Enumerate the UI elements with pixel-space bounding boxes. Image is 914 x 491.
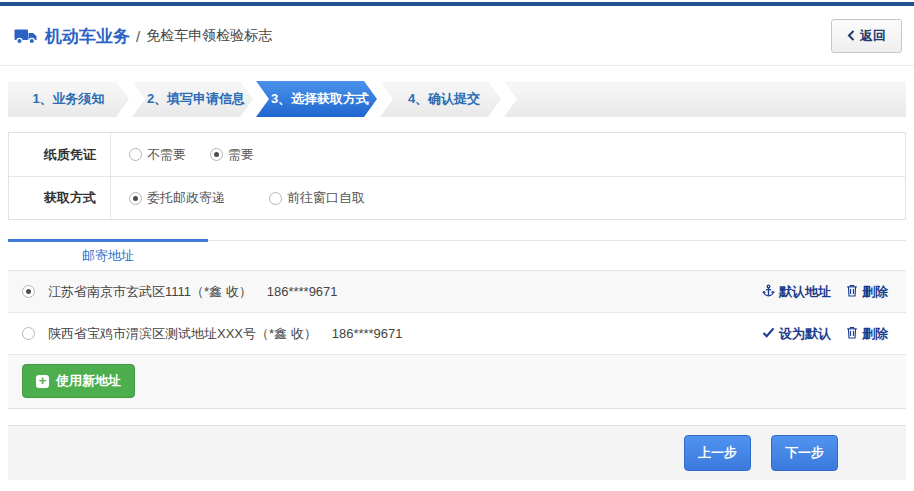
form-row-delivery-method: 获取方式 委托邮政寄递 前往窗口自取 — [9, 176, 905, 219]
step-tab-1-label: 1、业务须知 — [32, 90, 104, 108]
form-label-paper-certificate: 纸质凭证 — [9, 133, 111, 176]
step-tab-4-label: 4、确认提交 — [408, 90, 480, 108]
step-tab-2[interactable]: 2、填写申请信息 — [132, 81, 253, 117]
radio-address-1[interactable] — [22, 285, 35, 298]
delete-address-1-label: 删除 — [862, 283, 888, 301]
address-row-2: 陕西省宝鸡市渭滨区测试地址XXX号（*鑫 收） 186****9671 设为默认… — [8, 313, 906, 355]
breadcrumb: 机动车业务 / 免检车申领检验标志 — [14, 25, 831, 48]
back-button[interactable]: 返回 — [831, 19, 902, 53]
form-row-paper-certificate: 纸质凭证 不需要 需要 — [9, 133, 905, 176]
address-1-actions: 默认地址 删除 — [762, 283, 888, 301]
step-tab-2-label: 2、填写申请信息 — [147, 90, 245, 108]
back-chevron-icon — [847, 29, 855, 44]
address-tab-accent-bar — [8, 239, 208, 242]
radio-not-needed-label: 不需要 — [147, 146, 186, 164]
radio-postal-delivery-label: 委托邮政寄递 — [147, 189, 225, 207]
address-2-actions: 设为默认 删除 — [762, 325, 888, 343]
breadcrumb-separator: / — [136, 28, 140, 45]
footer-action-bar: 上一步 下一步 — [8, 425, 906, 480]
default-address-label: 默认地址 — [779, 283, 831, 301]
use-new-address-label: 使用新地址 — [56, 372, 121, 390]
address-2-text: 陕西省宝鸡市渭滨区测试地址XXX号（*鑫 收） — [48, 325, 317, 343]
set-default-label: 设为默认 — [779, 325, 831, 343]
tab-mailing-address[interactable]: 邮寄地址 — [8, 247, 208, 265]
delete-address-2-link[interactable]: 删除 — [846, 325, 888, 343]
delivery-method-options: 委托邮政寄递 前往窗口自取 — [111, 177, 365, 219]
radio-option-needed[interactable]: 需要 — [210, 146, 254, 164]
form-label-delivery-method: 获取方式 — [9, 177, 111, 219]
address-row-1: 江苏省南京市玄武区1111（*鑫 收） 186****9671 默认地址 — [8, 271, 906, 313]
step-bar-filler — [504, 81, 906, 117]
trash-icon — [846, 326, 858, 342]
paper-certificate-options: 不需要 需要 — [111, 133, 254, 176]
radio-not-needed[interactable] — [129, 148, 142, 161]
truck-icon — [14, 27, 38, 45]
options-form: 纸质凭证 不需要 需要 获取方式 委托邮政寄递 前往窗口自取 — [8, 132, 906, 220]
next-step-button[interactable]: 下一步 — [771, 435, 838, 471]
page-subtitle: 免检车申领检验标志 — [146, 27, 272, 45]
back-button-label: 返回 — [860, 27, 886, 45]
trash-icon — [846, 284, 858, 300]
mailing-address-section: 邮寄地址 江苏省南京市玄武区1111（*鑫 收） 186****9671 默认地… — [8, 240, 906, 409]
address-tab-row: 邮寄地址 — [8, 240, 906, 271]
page-header: 机动车业务 / 免检车申领检验标志 返回 — [0, 6, 914, 66]
delete-address-2-label: 删除 — [862, 325, 888, 343]
prev-step-button[interactable]: 上一步 — [684, 435, 751, 471]
check-icon — [762, 326, 775, 341]
radio-window-pickup[interactable] — [269, 192, 282, 205]
step-tab-3-active[interactable]: 3、选择获取方式 — [256, 81, 377, 117]
radio-address-2[interactable] — [22, 327, 35, 340]
address-1-text: 江苏省南京市玄武区1111（*鑫 收） — [48, 283, 252, 301]
address-2-phone: 186****9671 — [332, 326, 403, 341]
page-title[interactable]: 机动车业务 — [45, 25, 130, 48]
step-progress-bar: 1、业务须知 2、填写申请信息 3、选择获取方式 4、确认提交 — [8, 81, 906, 117]
step-tab-3-label: 3、选择获取方式 — [271, 90, 369, 108]
radio-window-pickup-label: 前往窗口自取 — [287, 189, 365, 207]
step-tab-1[interactable]: 1、业务须知 — [8, 81, 129, 117]
step-tab-4[interactable]: 4、确认提交 — [380, 81, 501, 117]
plus-icon: + — [36, 375, 49, 388]
use-new-address-button[interactable]: + 使用新地址 — [22, 364, 135, 398]
new-address-row: + 使用新地址 — [8, 355, 906, 409]
radio-needed-label: 需要 — [228, 146, 254, 164]
radio-option-window-pickup[interactable]: 前往窗口自取 — [269, 189, 365, 207]
radio-needed[interactable] — [210, 148, 223, 161]
radio-option-not-needed[interactable]: 不需要 — [129, 146, 186, 164]
radio-option-postal-delivery[interactable]: 委托邮政寄递 — [129, 189, 225, 207]
address-1-phone: 186****9671 — [267, 284, 338, 299]
default-address-link[interactable]: 默认地址 — [762, 283, 831, 301]
radio-postal-delivery[interactable] — [129, 192, 142, 205]
anchor-icon — [762, 284, 775, 300]
delete-address-1-link[interactable]: 删除 — [846, 283, 888, 301]
set-default-link[interactable]: 设为默认 — [762, 325, 831, 343]
